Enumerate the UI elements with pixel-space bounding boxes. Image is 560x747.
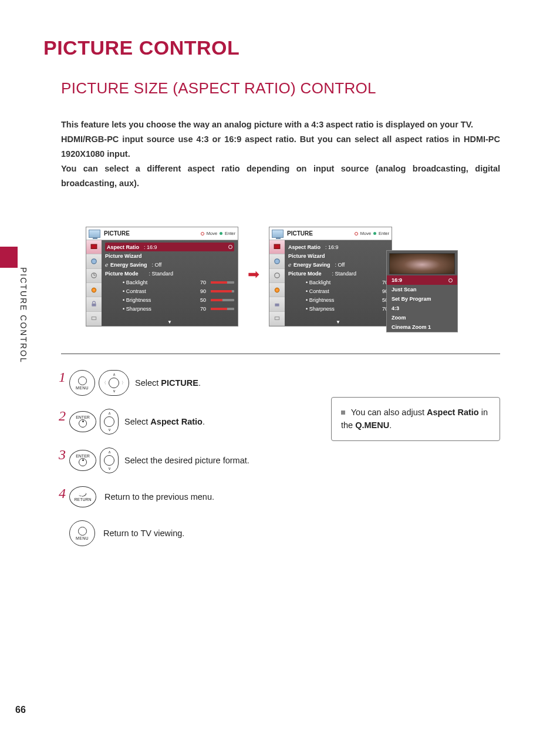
- side-tab-block: [0, 247, 18, 268]
- osd-title: PICTURE: [104, 230, 201, 237]
- enter-button-icon: ENTER: [69, 450, 96, 471]
- osd-body: Aspect Ratio : 16:9 Picture Wizard ℯ Ene…: [86, 240, 238, 326]
- nav-input-icon: [269, 312, 285, 326]
- osd-brightness-row: • Brightness 50: [288, 295, 388, 304]
- nav-lock-icon: [269, 297, 285, 311]
- svg-rect-0: [91, 244, 97, 248]
- nav-time-icon: [269, 269, 285, 283]
- svg-point-1: [92, 259, 96, 264]
- osd-main: Aspect Ratio : 16:9 Picture Wizard ℯ Ene…: [102, 240, 238, 326]
- leaf-icon: ℯ: [105, 262, 108, 268]
- menu-button-icon: MENU: [69, 520, 95, 546]
- bar-icon: [211, 281, 234, 284]
- dpad-vertical-icon: ∧∨: [100, 447, 119, 473]
- tv-icon: [272, 230, 284, 238]
- intro-p2: HDMI/RGB-PC input source use 4:3 or 16:9…: [61, 132, 500, 161]
- osd-header: PICTURE Move Enter: [86, 227, 238, 240]
- step-text: Select PICTURE.: [135, 378, 201, 388]
- page-number: 66: [15, 705, 26, 715]
- aspect-ratio-popup: 16:9 Just Scan Set By Program 4:3 Zoom C…: [386, 250, 458, 332]
- osd-contrast-row: • Contrast 90: [288, 287, 388, 295]
- step-5: 5 MENU Return to TV viewing.: [59, 520, 317, 546]
- return-button-icon: RETURN: [69, 486, 96, 507]
- osd-hint: Move Enter: [201, 231, 235, 236]
- step-3: 3 ENTER ∧∨ Select the desired picture fo…: [59, 447, 317, 473]
- step-text: Select Aspect Ratio.: [124, 417, 205, 426]
- osd-picture-mode-row: Picture Mode : Standard: [288, 269, 388, 278]
- enter-icon: [220, 232, 222, 235]
- intro-p3: You can select a different aspect ratio …: [61, 161, 500, 191]
- selected-marker: [448, 278, 453, 282]
- osd-backlight-row: • Backlight 70: [105, 278, 234, 287]
- step-text: Select the desired picture format.: [124, 456, 249, 465]
- dpad-vertical-icon: ∧∨: [100, 409, 119, 435]
- osd-sharpness-row: • Sharpness 70: [105, 304, 234, 313]
- osd-panels: PICTURE Move Enter Aspect Ratio : 16:9: [86, 227, 392, 327]
- intro-p1: This feature lets you choose the way an …: [61, 117, 500, 132]
- step-number: 1: [59, 370, 69, 384]
- step-4: 4 RETURN Return to the previous menu.: [59, 486, 317, 507]
- osd-panel-after: PICTURE Move Enter: [269, 227, 392, 327]
- osd-nav: [269, 240, 285, 326]
- popup-option-just-scan: Just Scan: [387, 285, 457, 294]
- nav-time-icon: [86, 269, 102, 283]
- tv-icon: [89, 230, 100, 238]
- leaf-icon: ℯ: [288, 262, 291, 268]
- popup-option-16-9: 16:9: [387, 275, 457, 285]
- nav-lock-icon: [86, 297, 102, 311]
- osd-hint: Move Enter: [355, 231, 389, 236]
- hint-move: Move: [207, 231, 217, 236]
- nav-picture-icon: [86, 240, 102, 254]
- step-2: 2 ENTER ∧∨ Select Aspect Ratio.: [59, 409, 317, 435]
- bar-icon: [211, 290, 234, 292]
- svg-rect-10: [275, 304, 279, 307]
- move-icon: [201, 232, 204, 235]
- osd-brightness-row: • Brightness 50: [105, 295, 234, 304]
- aspect-ratio-label: Aspect Ratio: [107, 244, 139, 250]
- osd-panel-before: PICTURE Move Enter Aspect Ratio : 16:9: [86, 227, 238, 327]
- osd-contrast-row: • Contrast 90: [105, 287, 234, 295]
- osd-picture-wizard-row: Picture Wizard: [288, 251, 388, 260]
- nav-input-icon: [86, 312, 102, 326]
- popup-option-cinema-zoom-1: Cinema Zoom 1: [387, 322, 457, 332]
- more-arrow-icon: ▼: [167, 319, 172, 325]
- nav-picture-icon: [269, 240, 285, 254]
- nav-option-icon: [269, 283, 285, 297]
- selected-marker: [228, 245, 232, 249]
- osd-panel-after-wrap: PICTURE Move Enter: [269, 227, 392, 327]
- osd-nav: [86, 240, 102, 326]
- move-icon: [355, 232, 358, 235]
- osd-main: Aspect Ratio : 16:9 Picture Wizard ℯ Ene…: [285, 240, 392, 326]
- nav-option-icon: [86, 283, 102, 297]
- svg-point-7: [275, 259, 279, 264]
- osd-picture-wizard-row: Picture Wizard: [105, 251, 234, 260]
- transition-arrow-icon: ➡: [248, 266, 259, 282]
- svg-rect-5: [92, 317, 96, 320]
- osd-aspect-ratio-row: Aspect Ratio : 16:9: [105, 243, 234, 251]
- step-1: 1 MENU ∧∨〈〉 Select PICTURE.: [59, 370, 317, 396]
- separator: [61, 354, 500, 354]
- popup-option-4-3: 4:3: [387, 304, 457, 313]
- bar-icon: [211, 308, 234, 310]
- osd-picture-mode-row: Picture Mode : Standard: [105, 269, 234, 278]
- popup-option-set-by-program: Set By Program: [387, 294, 457, 304]
- osd-energy-saving-row: ℯ Energy Saving : Off: [288, 260, 388, 269]
- page-title: PICTURE CONTROL: [43, 36, 239, 59]
- osd-sharpness-row: • Sharpness 70: [288, 304, 388, 313]
- enter-icon: [373, 232, 376, 235]
- step-number: 3: [59, 447, 69, 462]
- step-text: Return to TV viewing.: [103, 529, 184, 538]
- bullet-icon: [341, 410, 345, 415]
- osd-energy-saving-row: ℯ Energy Saving : Off: [105, 260, 234, 269]
- svg-rect-6: [274, 244, 280, 248]
- steps-list: 1 MENU ∧∨〈〉 Select PICTURE. 2 ENTER ∧∨ S…: [59, 370, 317, 559]
- section-title: PICTURE SIZE (ASPECT RATIO) CONTROL: [61, 79, 376, 97]
- side-tab-label: PICTURE CONTROL: [19, 267, 28, 364]
- osd-aspect-ratio-row: Aspect Ratio : 16:9: [288, 243, 388, 251]
- svg-rect-4: [92, 304, 96, 307]
- svg-point-9: [275, 288, 279, 292]
- bar-icon: [211, 299, 234, 301]
- osd-header: PICTURE Move Enter: [269, 227, 392, 240]
- menu-button-icon: MENU: [69, 370, 95, 396]
- osd-backlight-row: • Backlight 70: [288, 278, 388, 287]
